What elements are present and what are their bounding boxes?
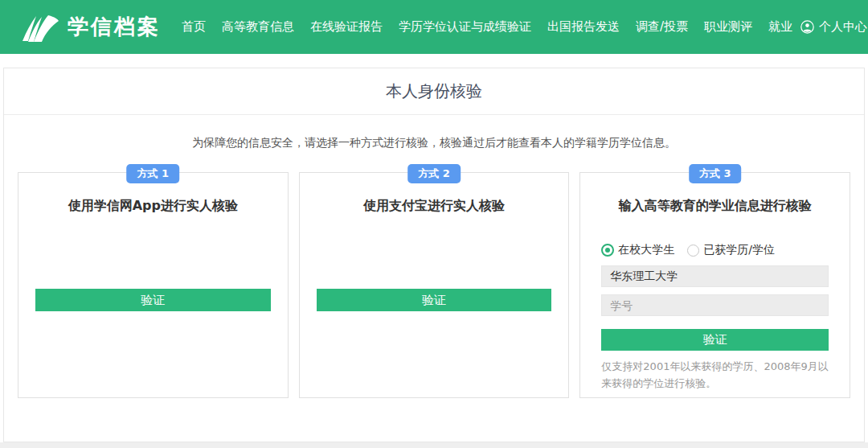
method-1-badge: 方式 1: [127, 164, 180, 183]
nav-item-home[interactable]: 首页: [174, 19, 214, 35]
nav-item-employment[interactable]: 就业: [760, 19, 800, 35]
user-center-menu[interactable]: 个人中心: [800, 19, 868, 35]
brand-logo-link[interactable]: 学信档案: [21, 12, 161, 43]
radio-current-student-label[interactable]: 在校大学生: [618, 243, 674, 257]
radio-graduated-label[interactable]: 已获学历/学位: [703, 243, 775, 257]
card-method-2-alipay: 方式 2 使用支付宝进行实人核验 验证: [299, 172, 570, 398]
nav-menu: 首页 高等教育信息 在线验证报告 学历学位认证与成绩验证 出国报告发送 调查/投…: [174, 19, 800, 35]
nav-item-career-assessment[interactable]: 职业测评: [696, 19, 760, 35]
identity-verification-panel: 本人身份核验 为保障您的信息安全，请选择一种方式进行核验，核验通过后才能查看本人…: [3, 68, 865, 442]
panel-header: 本人身份核验: [4, 68, 864, 115]
method-1-heading: 使用学信网App进行实人核验: [18, 198, 288, 215]
page-title: 本人身份核验: [386, 80, 482, 102]
radio-selected-icon[interactable]: [601, 244, 614, 257]
method-3-form: 在校大学生 已获学历/学位 验证 仅支持对2001年以来获得的学历、2008年9…: [580, 243, 850, 393]
page-bottom-strip: [0, 442, 868, 448]
student-type-radio-group: 在校大学生 已获学历/学位: [601, 243, 829, 257]
radio-graduated[interactable]: 已获学历/学位: [687, 243, 775, 257]
person-circle-icon: [800, 20, 814, 34]
nav-item-abroad-report[interactable]: 出国报告发送: [539, 19, 628, 35]
method-3-verify-button[interactable]: 验证: [601, 329, 829, 351]
chsi-book-logo-icon: [21, 12, 59, 43]
card-method-1-app: 方式 1 使用学信网App进行实人核验 验证: [18, 172, 289, 398]
method-2-heading: 使用支付宝进行实人核验: [300, 198, 569, 215]
method-3-heading: 输入高等教育的学业信息进行核验: [580, 198, 850, 215]
nav-item-higher-education-info[interactable]: 高等教育信息: [214, 19, 302, 35]
method-2-badge: 方式 2: [407, 164, 461, 183]
nav-item-survey-vote[interactable]: 调查/投票: [628, 19, 696, 35]
brand-title: 学信档案: [68, 13, 161, 41]
radio-unselected-icon[interactable]: [687, 245, 699, 257]
method-2-verify-button[interactable]: 验证: [317, 289, 552, 311]
instruction-text: 为保障您的信息安全，请选择一种方式进行核验，核验通过后才能查看本人的学籍学历学位…: [4, 136, 864, 150]
verification-method-cards: 方式 1 使用学信网App进行实人核验 验证 方式 2 使用支付宝进行实人核验 …: [4, 172, 864, 398]
card-method-3-academic-info: 方式 3 输入高等教育的学业信息进行核验 在校大学生 已获学历/学位 验证 仅支…: [579, 172, 850, 398]
user-center-label: 个人中心: [819, 19, 867, 35]
school-name-input[interactable]: [601, 265, 829, 287]
nav-item-degree-certification[interactable]: 学历学位认证与成绩验证: [391, 19, 539, 35]
top-navbar: 学信档案 首页 高等教育信息 在线验证报告 学历学位认证与成绩验证 出国报告发送…: [0, 0, 868, 54]
nav-item-online-verification-report[interactable]: 在线验证报告: [302, 19, 391, 35]
student-id-input[interactable]: [601, 294, 829, 316]
method-1-verify-button[interactable]: 验证: [35, 289, 271, 311]
method-3-badge: 方式 3: [689, 164, 742, 183]
radio-current-student[interactable]: 在校大学生: [601, 243, 674, 257]
method-3-note: 仅支持对2001年以来获得的学历、2008年9月以来获得的学位进行核验。: [601, 358, 829, 393]
